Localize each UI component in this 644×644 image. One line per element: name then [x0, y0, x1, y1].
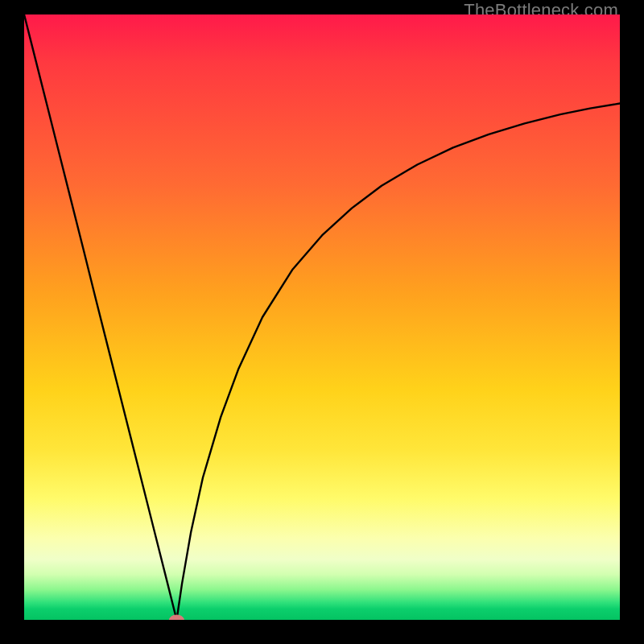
- chart-plot-area: [24, 14, 620, 620]
- curve-right-branch: [176, 104, 620, 620]
- curve-left-branch: [24, 14, 176, 620]
- chart-svg: [24, 14, 620, 620]
- chart-frame: TheBottleneck.com: [0, 0, 644, 644]
- minimum-marker: [169, 615, 184, 620]
